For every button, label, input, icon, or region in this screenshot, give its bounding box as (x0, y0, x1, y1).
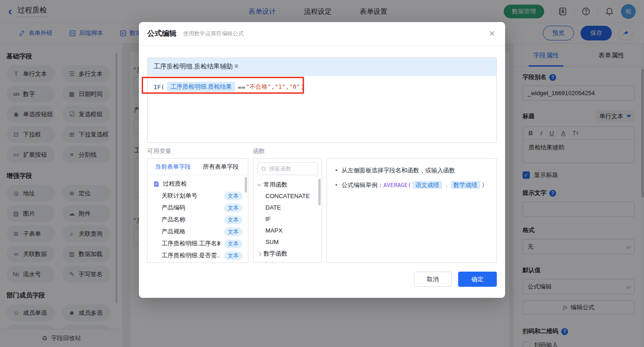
modal-header: 公式编辑 使用数学运算符编辑公式 × (139, 22, 505, 46)
type-badge: 文本 (224, 239, 242, 248)
function-item[interactable]: IF (253, 213, 322, 225)
variables-tabs: 当前表单字段 所有表单字段 (148, 159, 248, 175)
type-badge: 文本 (224, 251, 242, 260)
example-separator: ， (443, 182, 449, 188)
formula-operator: == (238, 84, 245, 91)
type-badge: 文本 (224, 204, 242, 212)
form-doc-icon (153, 181, 160, 187)
variable-row[interactable]: 工序质检明细.是否需...文本 (148, 250, 248, 262)
example-fn: AVERAGE( (384, 182, 411, 188)
tip-line-1: • 从左侧面板选择字段名和函数，或输入函数 (335, 166, 488, 175)
tip-text: 从左侧面板选择字段名和函数，或输入函数 (342, 166, 455, 175)
function-item[interactable]: DATE (253, 202, 322, 213)
tip-example: 公式编辑举例：AVERAGE(语文成绩，数学成绩) (342, 181, 485, 190)
tip-line-2: • 公式编辑举例：AVERAGE(语文成绩，数学成绩) (335, 181, 488, 190)
tips-panel: • 从左侧面板选择字段名和函数，或输入函数 • 公式编辑举例：AVERAGE(语… (327, 158, 497, 263)
close-icon[interactable]: × (489, 28, 495, 39)
chevron-right-icon (257, 252, 262, 256)
functions-scrollbar[interactable] (318, 179, 321, 205)
bullet-icon: • (335, 166, 338, 175)
example-prefix: 公式编辑举例： (342, 182, 384, 188)
example-field-token[interactable]: 语文成绩 (413, 181, 442, 189)
function-group-math[interactable]: 数学函数 (253, 248, 322, 259)
variable-name: 关联计划单号 (161, 192, 197, 200)
variable-name: 工序质检明细.工序名称 (161, 239, 220, 248)
variable-row[interactable]: 产品规格文本 (148, 226, 248, 238)
formula-args: "不合格","1","0" (246, 83, 300, 91)
bullet-icon: • (335, 181, 338, 190)
function-item[interactable]: SUM (253, 236, 322, 248)
functions-panel: 常用函数 CONCATENATE DATE IF MAPX SUM 数学函数 文… (253, 158, 322, 263)
example-close: ) (482, 182, 485, 188)
function-group-label: 常用函数 (264, 181, 288, 189)
formula-fn: IF( (154, 84, 164, 91)
tab-current-form-fields[interactable]: 当前表单字段 (155, 163, 191, 171)
modal-title: 公式编辑 (147, 29, 177, 39)
variables-panel: 当前表单字段 所有表单字段 过程质检 关联计划单号文本 产品编码文本 产品名称文… (147, 158, 248, 263)
search-icon (261, 166, 266, 172)
tab-all-form-fields[interactable]: 所有表单字段 (203, 163, 239, 171)
form-node-label: 过程质检 (163, 180, 187, 188)
formula-field-token[interactable]: 工序质检明细.质检结果 (167, 82, 235, 92)
formula-editor-modal: 公式编辑 使用数学运算符编辑公式 × 工序质检明细.质检结果辅助 = IF( 工… (139, 22, 505, 298)
function-search-input[interactable] (269, 165, 314, 172)
variables-scrollbar[interactable] (245, 177, 247, 193)
example-field-token[interactable]: 数学成绩 (451, 181, 480, 189)
formula-code-editor[interactable]: IF( 工序质检明细.质检结果 == "不合格","1","0" ) (148, 76, 496, 98)
function-group-text[interactable]: 文本函数 (253, 259, 322, 263)
type-badge: 文本 (224, 228, 242, 236)
formula-target-bar: 工序质检明细.质检结果辅助 = (148, 58, 496, 76)
variable-name: 工序质检明细.是否需... (161, 251, 220, 260)
function-search (257, 162, 318, 175)
function-item[interactable]: CONCATENATE (253, 190, 322, 202)
variable-name: 产品名称 (161, 216, 185, 224)
function-group-label: 数学函数 (264, 250, 288, 258)
modal-subtitle: 使用数学运算符编辑公式 (183, 30, 244, 38)
variable-name: 产品规格 (161, 228, 185, 236)
functions-label: 函数 (253, 147, 265, 155)
modal-footer: 取消 确定 (414, 272, 497, 287)
variable-row[interactable]: 产品编码文本 (148, 202, 248, 214)
chevron-down-icon (257, 182, 262, 186)
variables-label: 可用变量 (147, 147, 171, 155)
variable-name: 产品编码 (161, 204, 185, 212)
confirm-button[interactable]: 确定 (458, 272, 497, 287)
function-item[interactable]: MAPX (253, 225, 322, 236)
formula-close: ) (301, 84, 305, 91)
function-group-common[interactable]: 常用函数 (253, 179, 322, 190)
variable-row[interactable]: 产品名称文本 (148, 214, 248, 226)
type-badge: 文本 (224, 192, 242, 200)
variable-row[interactable]: 关联计划单号文本 (148, 190, 248, 202)
form-node[interactable]: 过程质检 (148, 177, 248, 190)
variable-row[interactable]: 工序质检明细.工序名称文本 (148, 238, 248, 250)
app-window: ‹ 过程质检 表单设计 流程设定 表单设置 数据管理 检 (0, 0, 644, 347)
formula-box: 工序质检明细.质检结果辅助 = IF( 工序质检明细.质检结果 == "不合格"… (147, 57, 497, 143)
cancel-button[interactable]: 取消 (414, 272, 452, 287)
function-group-label: 文本函数 (264, 261, 288, 263)
formula-line: IF( 工序质检明细.质检结果 == "不合格","1","0" ) (154, 82, 490, 92)
type-badge: 文本 (224, 216, 242, 224)
